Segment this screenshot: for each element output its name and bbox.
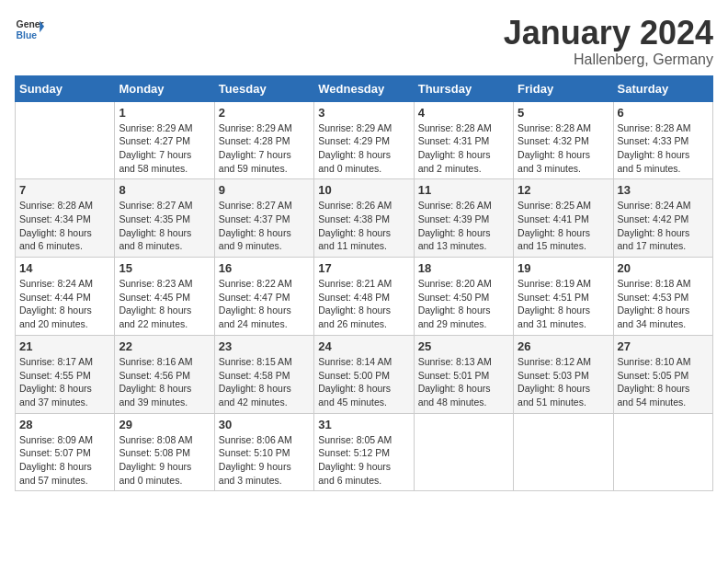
day-number: 11	[418, 183, 509, 197]
day-details: Sunrise: 8:29 AM Sunset: 4:27 PM Dayligh…	[119, 121, 210, 176]
day-number: 1	[119, 106, 210, 120]
day-details: Sunrise: 8:28 AM Sunset: 4:33 PM Dayligh…	[618, 121, 709, 176]
header: General Blue January 2024 Hallenberg, Ge…	[15, 15, 713, 68]
table-row	[414, 413, 513, 491]
table-row: 5Sunrise: 8:28 AM Sunset: 4:32 PM Daylig…	[514, 101, 613, 179]
table-row	[514, 413, 613, 491]
day-details: Sunrise: 8:26 AM Sunset: 4:39 PM Dayligh…	[418, 199, 509, 253]
logo: General Blue	[15, 15, 44, 44]
day-details: Sunrise: 8:05 AM Sunset: 5:12 PM Dayligh…	[318, 433, 409, 488]
calendar-week-row: 21Sunrise: 8:17 AM Sunset: 4:55 PM Dayli…	[16, 335, 713, 413]
table-row: 6Sunrise: 8:28 AM Sunset: 4:33 PM Daylig…	[613, 101, 712, 179]
table-row: 8Sunrise: 8:27 AM Sunset: 4:35 PM Daylig…	[115, 179, 214, 258]
day-details: Sunrise: 8:06 AM Sunset: 5:10 PM Dayligh…	[219, 433, 310, 488]
table-row: 9Sunrise: 8:27 AM Sunset: 4:37 PM Daylig…	[214, 179, 313, 258]
day-number: 3	[318, 106, 409, 120]
day-number: 12	[518, 183, 609, 197]
table-row	[613, 413, 712, 491]
day-number: 2	[219, 106, 310, 120]
table-row: 15Sunrise: 8:23 AM Sunset: 4:45 PM Dayli…	[115, 258, 214, 336]
calendar-table: Sunday Monday Tuesday Wednesday Thursday…	[15, 75, 713, 492]
day-details: Sunrise: 8:12 AM Sunset: 5:03 PM Dayligh…	[518, 355, 609, 409]
table-row: 24Sunrise: 8:14 AM Sunset: 5:00 PM Dayli…	[314, 335, 414, 413]
day-details: Sunrise: 8:19 AM Sunset: 4:51 PM Dayligh…	[518, 277, 609, 331]
day-details: Sunrise: 8:09 AM Sunset: 5:07 PM Dayligh…	[19, 433, 110, 488]
table-row: 31Sunrise: 8:05 AM Sunset: 5:12 PM Dayli…	[314, 413, 414, 491]
day-number: 7	[19, 183, 110, 197]
table-row	[16, 101, 115, 179]
day-details: Sunrise: 8:29 AM Sunset: 4:28 PM Dayligh…	[219, 121, 310, 176]
table-row: 13Sunrise: 8:24 AM Sunset: 4:42 PM Dayli…	[613, 179, 712, 258]
table-row: 20Sunrise: 8:18 AM Sunset: 4:53 PM Dayli…	[613, 258, 712, 336]
table-row: 12Sunrise: 8:25 AM Sunset: 4:41 PM Dayli…	[514, 179, 613, 258]
table-row: 25Sunrise: 8:13 AM Sunset: 5:01 PM Dayli…	[414, 335, 513, 413]
day-details: Sunrise: 8:26 AM Sunset: 4:38 PM Dayligh…	[318, 199, 409, 253]
day-details: Sunrise: 8:27 AM Sunset: 4:37 PM Dayligh…	[219, 199, 310, 253]
table-row: 22Sunrise: 8:16 AM Sunset: 4:56 PM Dayli…	[115, 335, 214, 413]
table-row: 10Sunrise: 8:26 AM Sunset: 4:38 PM Dayli…	[314, 179, 414, 258]
day-number: 20	[618, 261, 709, 275]
generalblue-logo-icon: General Blue	[15, 15, 44, 44]
day-number: 30	[219, 418, 310, 431]
day-number: 13	[618, 183, 709, 197]
day-number: 6	[618, 106, 709, 120]
day-number: 28	[19, 418, 110, 431]
table-row: 18Sunrise: 8:20 AM Sunset: 4:50 PM Dayli…	[414, 258, 513, 336]
col-monday: Monday	[115, 75, 214, 101]
day-details: Sunrise: 8:28 AM Sunset: 4:32 PM Dayligh…	[518, 121, 609, 176]
day-number: 23	[219, 339, 310, 353]
col-thursday: Thursday	[414, 75, 513, 101]
location-title: Hallenberg, Germany	[504, 52, 713, 68]
title-area: January 2024 Hallenberg, Germany	[504, 15, 713, 68]
day-details: Sunrise: 8:10 AM Sunset: 5:05 PM Dayligh…	[618, 355, 709, 409]
col-tuesday: Tuesday	[214, 75, 313, 101]
day-number: 17	[318, 261, 409, 275]
day-number: 9	[219, 183, 310, 197]
day-details: Sunrise: 8:14 AM Sunset: 5:00 PM Dayligh…	[318, 355, 409, 409]
col-sunday: Sunday	[16, 75, 115, 101]
calendar-week-row: 1Sunrise: 8:29 AM Sunset: 4:27 PM Daylig…	[16, 101, 713, 179]
table-row: 2Sunrise: 8:29 AM Sunset: 4:28 PM Daylig…	[214, 101, 313, 179]
day-details: Sunrise: 8:16 AM Sunset: 4:56 PM Dayligh…	[119, 355, 210, 409]
day-number: 10	[318, 183, 409, 197]
table-row: 26Sunrise: 8:12 AM Sunset: 5:03 PM Dayli…	[514, 335, 613, 413]
day-number: 31	[318, 418, 409, 431]
day-number: 26	[518, 339, 609, 353]
table-row: 27Sunrise: 8:10 AM Sunset: 5:05 PM Dayli…	[613, 335, 712, 413]
table-row: 30Sunrise: 8:06 AM Sunset: 5:10 PM Dayli…	[214, 413, 313, 491]
col-saturday: Saturday	[613, 75, 712, 101]
day-details: Sunrise: 8:24 AM Sunset: 4:44 PM Dayligh…	[19, 277, 110, 331]
day-details: Sunrise: 8:27 AM Sunset: 4:35 PM Dayligh…	[119, 199, 210, 253]
calendar-week-row: 7Sunrise: 8:28 AM Sunset: 4:34 PM Daylig…	[16, 179, 713, 258]
day-details: Sunrise: 8:29 AM Sunset: 4:29 PM Dayligh…	[318, 121, 409, 176]
col-wednesday: Wednesday	[314, 75, 414, 101]
day-details: Sunrise: 8:23 AM Sunset: 4:45 PM Dayligh…	[119, 277, 210, 331]
table-row: 17Sunrise: 8:21 AM Sunset: 4:48 PM Dayli…	[314, 258, 414, 336]
table-row: 3Sunrise: 8:29 AM Sunset: 4:29 PM Daylig…	[314, 101, 414, 179]
day-details: Sunrise: 8:15 AM Sunset: 4:58 PM Dayligh…	[219, 355, 310, 409]
table-row: 21Sunrise: 8:17 AM Sunset: 4:55 PM Dayli…	[16, 335, 115, 413]
day-details: Sunrise: 8:25 AM Sunset: 4:41 PM Dayligh…	[518, 199, 609, 253]
svg-text:Blue: Blue	[17, 30, 38, 40]
day-details: Sunrise: 8:08 AM Sunset: 5:08 PM Dayligh…	[119, 433, 210, 488]
calendar-header-row: Sunday Monday Tuesday Wednesday Thursday…	[16, 75, 713, 101]
day-number: 22	[119, 339, 210, 353]
day-details: Sunrise: 8:13 AM Sunset: 5:01 PM Dayligh…	[418, 355, 509, 409]
day-number: 18	[418, 261, 509, 275]
table-row: 29Sunrise: 8:08 AM Sunset: 5:08 PM Dayli…	[115, 413, 214, 491]
day-number: 21	[19, 339, 110, 353]
day-number: 19	[518, 261, 609, 275]
day-number: 14	[19, 261, 110, 275]
day-number: 27	[618, 339, 709, 353]
day-number: 4	[418, 106, 509, 120]
table-row: 11Sunrise: 8:26 AM Sunset: 4:39 PM Dayli…	[414, 179, 513, 258]
table-row: 19Sunrise: 8:19 AM Sunset: 4:51 PM Dayli…	[514, 258, 613, 336]
day-details: Sunrise: 8:28 AM Sunset: 4:31 PM Dayligh…	[418, 121, 509, 176]
day-details: Sunrise: 8:22 AM Sunset: 4:47 PM Dayligh…	[219, 277, 310, 331]
day-number: 5	[518, 106, 609, 120]
day-details: Sunrise: 8:18 AM Sunset: 4:53 PM Dayligh…	[618, 277, 709, 331]
day-number: 15	[119, 261, 210, 275]
day-number: 16	[219, 261, 310, 275]
table-row: 1Sunrise: 8:29 AM Sunset: 4:27 PM Daylig…	[115, 101, 214, 179]
calendar-week-row: 14Sunrise: 8:24 AM Sunset: 4:44 PM Dayli…	[16, 258, 713, 336]
